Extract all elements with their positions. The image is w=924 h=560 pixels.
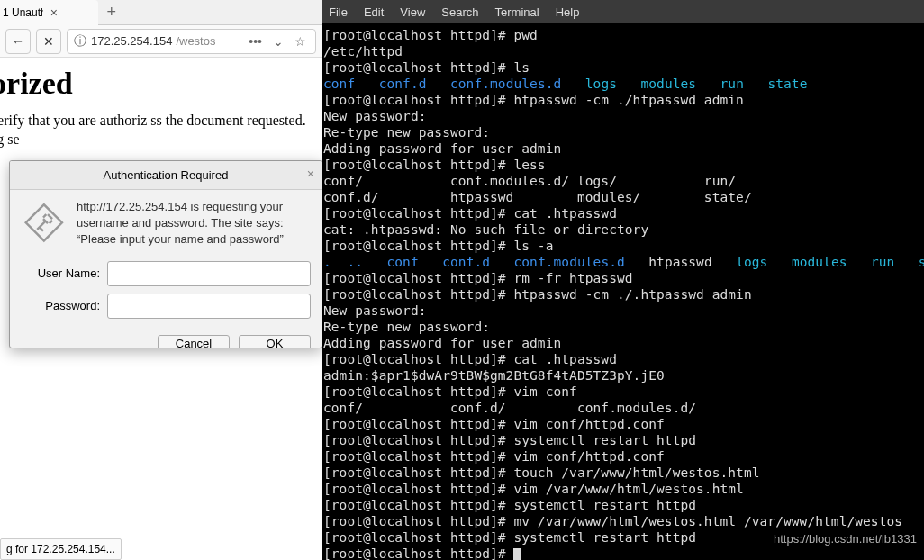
- terminal-line: Re-type new password:: [323, 124, 922, 140]
- menu-search[interactable]: Search: [441, 5, 478, 19]
- page-body-text: server could not verify that you are aut…: [0, 112, 322, 149]
- terminal-line: [root@localhost httpd]#: [323, 546, 922, 560]
- menu-file[interactable]: File: [329, 5, 348, 19]
- tab-bar: 1 Unauthorized × +: [0, 0, 322, 25]
- username-input[interactable]: [107, 261, 311, 286]
- browser-tab[interactable]: 1 Unauthorized ×: [0, 0, 98, 25]
- dialog-form: User Name: Password:: [10, 248, 322, 328]
- terminal-line: admin:$apr1$dwAr9tBW$gm2BtG8f4tAD5TZ3pY.…: [323, 367, 922, 384]
- pocket-icon[interactable]: ⌄: [269, 34, 287, 49]
- terminal-cursor: [513, 548, 521, 561]
- terminal-line: [root@localhost httpd]# vim conf/httpd.c…: [323, 448, 922, 465]
- password-input[interactable]: [107, 294, 311, 319]
- dialog-body: ⚿ http://172.25.254.154 is requesting yo…: [10, 190, 322, 248]
- menu-terminal[interactable]: Terminal: [495, 5, 539, 19]
- status-bar: g for 172.25.254.154...: [0, 538, 122, 560]
- ok-button[interactable]: OK: [239, 335, 311, 348]
- terminal-line: [root@localhost httpd]# cat .htpasswd: [323, 205, 922, 221]
- terminal-line: /etc/httpd: [323, 43, 922, 59]
- stop-button[interactable]: ✕: [36, 29, 61, 54]
- terminal-menubar: File Edit View Search Terminal Help: [322, 0, 924, 23]
- terminal-line: conf/ conf.d/ conf.modules.d/: [323, 400, 922, 416]
- dialog-title: Authentication Required: [104, 168, 229, 182]
- url-input[interactable]: ⓘ 172.25.254.154/westos ••• ⌄ ☆: [67, 29, 316, 54]
- terminal-line: [root@localhost httpd]# htpasswd -cm ./.…: [323, 286, 922, 303]
- status-text: g for 172.25.254.154...: [6, 543, 115, 555]
- terminal-line: New password:: [323, 303, 922, 319]
- menu-view[interactable]: View: [400, 5, 425, 19]
- terminal-line: Re-type new password:: [323, 319, 922, 335]
- username-label: User Name:: [21, 266, 100, 280]
- address-bar: ← ✕ ⓘ 172.25.254.154/westos ••• ⌄ ☆: [0, 25, 322, 58]
- page-content: nauthorized server could not verify that…: [0, 58, 322, 158]
- terminal-line: [root@localhost httpd]# less: [323, 157, 922, 173]
- terminal-line: conf/ conf.modules.d/ logs/ run/: [323, 173, 922, 189]
- watermark-text: https://blog.csdn.net/lb1331: [774, 532, 917, 546]
- terminal-window: File Edit View Search Terminal Help [roo…: [322, 0, 924, 560]
- terminal-line: [root@localhost httpd]# cat .htpasswd: [323, 351, 922, 367]
- menu-help[interactable]: Help: [556, 5, 580, 19]
- cancel-button[interactable]: Cancel: [158, 335, 230, 348]
- info-icon: ⓘ: [73, 34, 87, 49]
- terminal-line: Adding password for user admin: [323, 335, 922, 351]
- terminal-line: [root@localhost httpd]# systemctl restar…: [323, 497, 922, 513]
- dialog-close-icon[interactable]: ×: [307, 167, 314, 181]
- back-button[interactable]: ←: [5, 29, 31, 54]
- terminal-line: [root@localhost httpd]# mv /var/www/html…: [323, 513, 922, 529]
- terminal-line: Adding password for user admin: [323, 140, 922, 157]
- page-actions-icon[interactable]: •••: [245, 34, 266, 49]
- terminal-line: conf.d/ htpasswd modules/ state/: [323, 189, 922, 205]
- menu-edit[interactable]: Edit: [364, 5, 384, 19]
- terminal-line: . .. conf conf.d conf.modules.d htpasswd…: [323, 254, 922, 270]
- bookmark-star-icon[interactable]: ☆: [291, 34, 310, 49]
- new-tab-button[interactable]: +: [107, 3, 117, 22]
- terminal-line: cat: .htpasswd: No such file or director…: [323, 221, 922, 238]
- dialog-message: http://172.25.254.154 is requesting your…: [77, 199, 311, 248]
- terminal-line: [root@localhost httpd]# vim conf/httpd.c…: [323, 416, 922, 432]
- dialog-title-bar: Authentication Required ×: [10, 161, 322, 190]
- terminal-line: conf conf.d conf.modules.d logs modules …: [323, 76, 922, 92]
- tab-title: 1 Unauthorized: [3, 6, 43, 19]
- close-tab-icon[interactable]: ×: [50, 5, 91, 20]
- dialog-buttons: Cancel OK: [10, 328, 322, 348]
- url-host: 172.25.254.154: [91, 34, 172, 48]
- terminal-line: [root@localhost httpd]# vim /var/www/htm…: [323, 481, 922, 497]
- terminal-body[interactable]: [root@localhost httpd]# pwd/etc/httpd[ro…: [322, 23, 924, 560]
- terminal-line: [root@localhost httpd]# systemctl restar…: [323, 432, 922, 448]
- auth-dialog: Authentication Required × ⚿ http://172.2…: [9, 160, 322, 348]
- terminal-line: [root@localhost httpd]# ls: [323, 59, 922, 76]
- terminal-line: [root@localhost httpd]# pwd: [323, 27, 922, 43]
- password-label: Password:: [21, 299, 100, 312]
- page-heading: nauthorized: [0, 67, 322, 101]
- terminal-line: [root@localhost httpd]# htpasswd -cm ./h…: [323, 92, 922, 108]
- terminal-line: New password:: [323, 108, 922, 124]
- browser-window: 1 Unauthorized × + ← ✕ ⓘ 172.25.254.154/…: [0, 0, 322, 560]
- terminal-line: [root@localhost httpd]# ls -a: [323, 238, 922, 254]
- url-path: /westos: [176, 34, 215, 48]
- terminal-line: [root@localhost httpd]# touch /var/www/h…: [323, 465, 922, 481]
- terminal-line: [root@localhost httpd]# rm -fr htpasswd: [323, 270, 922, 286]
- terminal-line: [root@localhost httpd]# vim conf: [323, 384, 922, 400]
